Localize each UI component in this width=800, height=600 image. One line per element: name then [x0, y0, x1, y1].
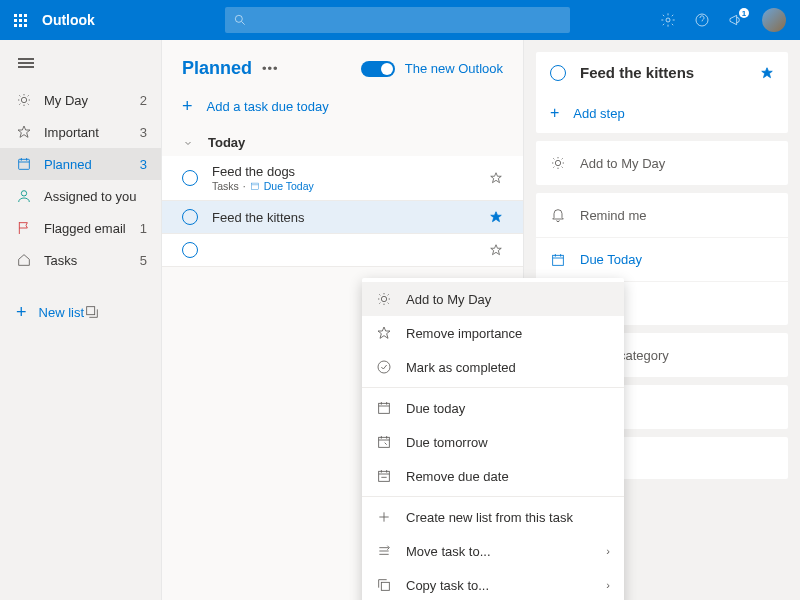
detail-task-title[interactable]: Feed the kittens [580, 64, 760, 81]
toggle-label: The new Outlook [405, 61, 503, 76]
header-actions: 1 [660, 8, 800, 32]
flag-icon [16, 220, 32, 236]
divider [362, 387, 624, 388]
new-group-icon[interactable] [84, 304, 100, 320]
search-input[interactable] [225, 7, 570, 33]
calendar-remove-icon [376, 468, 392, 484]
svg-rect-8 [251, 183, 258, 189]
check-circle-icon [376, 359, 392, 375]
nav-label: My Day [44, 93, 140, 108]
ctx-remove-importance[interactable]: Remove importance [362, 316, 624, 350]
task-row[interactable] [162, 234, 523, 267]
home-icon [16, 252, 32, 268]
star-icon[interactable] [760, 66, 774, 80]
task-title: Feed the dogs [212, 164, 489, 179]
ctx-mark-completed[interactable]: Mark as completed [362, 350, 624, 384]
svg-point-9 [381, 296, 386, 301]
complete-checkbox[interactable] [182, 242, 198, 258]
detail-remind-me[interactable]: Remind me [536, 193, 788, 237]
calendar-icon [250, 181, 260, 191]
ctx-move-task[interactable]: Move task to... › [362, 534, 624, 568]
nav-label: Tasks [44, 253, 140, 268]
svg-point-2 [666, 18, 670, 22]
add-task-input[interactable]: + Add a task due today [162, 89, 523, 129]
complete-checkbox[interactable] [182, 170, 198, 186]
chevron-right-icon: › [606, 545, 610, 557]
nav-label: Planned [44, 157, 140, 172]
sun-icon [376, 291, 392, 307]
list-header: Planned ••• The new Outlook [162, 40, 523, 89]
task-row[interactable]: Feed the kittens [162, 201, 523, 234]
sidebar-item-important[interactable]: Important 3 [0, 116, 161, 148]
nav-count: 2 [140, 93, 147, 108]
task-row[interactable]: Feed the dogs Tasks· Due Today [162, 156, 523, 201]
bell-icon [550, 207, 566, 223]
complete-checkbox[interactable] [182, 209, 198, 225]
nav-label: Flagged email [44, 221, 140, 236]
ctx-add-to-my-day[interactable]: Add to My Day [362, 282, 624, 316]
plus-icon: + [550, 104, 559, 122]
ctx-due-tomorrow[interactable]: Due tomorrow [362, 425, 624, 459]
avatar[interactable] [762, 8, 786, 32]
sidebar: My Day 2 Important 3 Planned 3 Assigned … [0, 40, 162, 600]
sun-icon [550, 155, 566, 171]
settings-icon[interactable] [660, 12, 676, 28]
star-icon[interactable] [489, 243, 503, 257]
nav-label: Important [44, 125, 140, 140]
svg-point-15 [555, 160, 560, 165]
svg-rect-12 [379, 437, 390, 447]
calendar-icon [550, 252, 566, 268]
task-meta: Tasks· Due Today [212, 180, 489, 192]
star-icon[interactable] [489, 210, 503, 224]
chevron-right-icon: › [606, 579, 610, 591]
app-name: Outlook [42, 12, 95, 28]
person-icon [16, 188, 32, 204]
list-title: Planned [182, 58, 252, 79]
new-outlook-toggle[interactable] [361, 61, 395, 77]
sidebar-item-my-day[interactable]: My Day 2 [0, 84, 161, 116]
task-list-pane: Planned ••• The new Outlook + Add a task… [162, 40, 524, 600]
announcements-button[interactable]: 1 [728, 12, 744, 28]
plus-icon: + [182, 97, 193, 115]
app-header: Outlook 1 [0, 0, 800, 40]
svg-point-6 [21, 191, 26, 196]
search-icon [233, 13, 247, 27]
section-header-today[interactable]: Today [162, 129, 523, 156]
sidebar-item-tasks[interactable]: Tasks 5 [0, 244, 161, 276]
svg-rect-11 [379, 403, 390, 413]
sidebar-item-assigned[interactable]: Assigned to you [0, 180, 161, 212]
plus-icon [376, 509, 392, 525]
add-task-placeholder: Add a task due today [207, 99, 329, 114]
section-label: Today [208, 135, 245, 150]
ctx-copy-task[interactable]: Copy task to... › [362, 568, 624, 600]
svg-point-0 [235, 15, 242, 22]
detail-header: Feed the kittens [536, 52, 788, 93]
ctx-due-today[interactable]: Due today [362, 391, 624, 425]
task-context-menu: Add to My Day Remove importance Mark as … [362, 278, 624, 600]
list-options-button[interactable]: ••• [262, 61, 279, 76]
plus-icon: + [16, 303, 27, 321]
add-step-button[interactable]: + Add step [536, 93, 788, 133]
ctx-create-list[interactable]: Create new list from this task [362, 500, 624, 534]
new-list-label: New list [39, 305, 85, 320]
new-list-button[interactable]: + New list [0, 294, 161, 330]
sun-icon [16, 92, 32, 108]
star-icon [376, 325, 392, 341]
detail-add-myday[interactable]: Add to My Day [536, 141, 788, 185]
calendar-today-icon [376, 400, 392, 416]
task-title: Feed the kittens [212, 210, 489, 225]
calendar-tomorrow-icon [376, 434, 392, 450]
detail-due-date[interactable]: Due Today [536, 237, 788, 281]
sidebar-item-flagged[interactable]: Flagged email 1 [0, 212, 161, 244]
help-icon[interactable] [694, 12, 710, 28]
calendar-icon [16, 156, 32, 172]
menu-toggle-button[interactable] [0, 50, 161, 84]
svg-line-1 [242, 22, 245, 25]
svg-rect-14 [381, 582, 389, 590]
complete-checkbox[interactable] [550, 65, 566, 81]
app-launcher-button[interactable] [0, 14, 40, 27]
nav-label: Assigned to you [44, 189, 147, 204]
star-icon[interactable] [489, 171, 503, 185]
sidebar-item-planned[interactable]: Planned 3 [0, 148, 161, 180]
ctx-remove-due-date[interactable]: Remove due date [362, 459, 624, 493]
